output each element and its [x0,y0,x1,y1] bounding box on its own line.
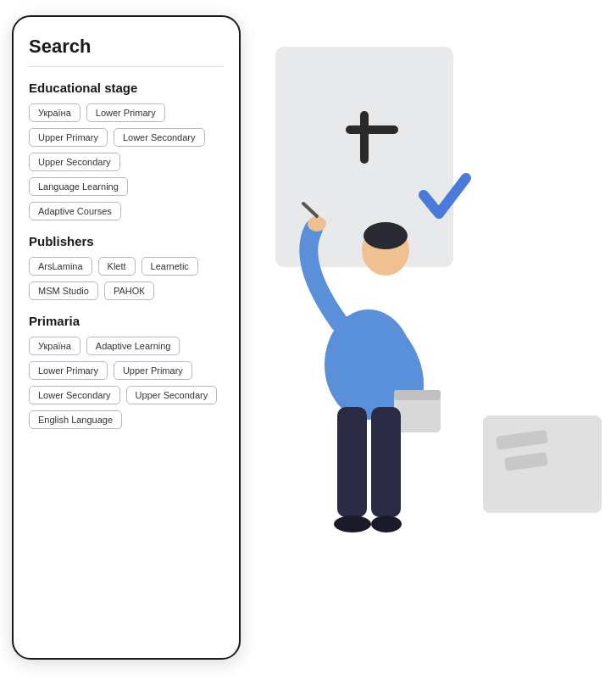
phone-mockup: Search Educational stageУкраїнаLower Pri… [12,15,241,660]
plus-vertical [360,111,369,164]
section-educational-stage: Educational stageУкраїнаLower PrimaryUpp… [29,81,224,220]
tag-learnetic[interactable]: Learnetic [142,257,198,276]
person-hair [363,222,408,249]
section-publishers: PublishersArsLaminaKlettLearneticMSM Stu… [29,234,224,300]
illustration-svg [229,0,616,680]
sections-container: Educational stageУкраїнаLower PrimaryUpp… [29,81,224,429]
tag-ранок[interactable]: РАНОК [104,281,154,300]
person-left-leg [337,407,367,517]
tag-lower-primary[interactable]: Lower Primary [86,103,165,122]
section-title-educational-stage: Educational stage [29,81,224,95]
tags-container-publishers: ArsLaminaKlettLearneticMSM StudioРАНОК [29,257,224,300]
tag-english-language[interactable]: English Language [29,410,122,429]
person-left-shoe [334,516,371,532]
phone-content: Search Educational stageУкраїнаLower Pri… [14,17,239,658]
tag-upper-primary[interactable]: Upper Primary [114,361,192,380]
tag-msm-studio[interactable]: MSM Studio [29,281,98,300]
tag-upper-primary[interactable]: Upper Primary [29,128,108,147]
tag-україна[interactable]: Україна [29,103,80,122]
tag-lower-secondary[interactable]: Lower Secondary [29,386,120,404]
section-title-primaria: Primaria [29,314,224,328]
plus-horizontal [346,125,398,134]
person-right-shoe [371,516,402,532]
tags-container-primaria: УкраїнаAdaptive LearningLower PrimaryUpp… [29,337,224,429]
tag-lower-secondary[interactable]: Lower Secondary [114,128,205,147]
tag-adaptive-courses[interactable]: Adaptive Courses [29,202,121,220]
tag-україна[interactable]: Україна [29,337,80,355]
tag-upper-secondary[interactable]: Upper Secondary [126,386,218,404]
tag-arslamina[interactable]: ArsLamina [29,257,92,276]
tag-klett[interactable]: Klett [98,257,136,276]
person-hand-left [308,216,326,231]
tag-adaptive-learning[interactable]: Adaptive Learning [86,337,180,355]
tag-upper-secondary[interactable]: Upper Secondary [29,153,120,171]
person-box-top [394,390,441,400]
search-title: Search [29,36,224,67]
section-primaria: PrimariaУкраїнаAdaptive LearningLower Pr… [29,314,224,429]
person-right-leg [371,407,401,517]
illustration-area [229,0,616,680]
tag-language-learning[interactable]: Language Learning [29,177,128,196]
section-title-publishers: Publishers [29,234,224,248]
tag-lower-primary[interactable]: Lower Primary [29,361,108,380]
tags-container-educational-stage: УкраїнаLower PrimaryUpper PrimaryLower S… [29,103,224,220]
